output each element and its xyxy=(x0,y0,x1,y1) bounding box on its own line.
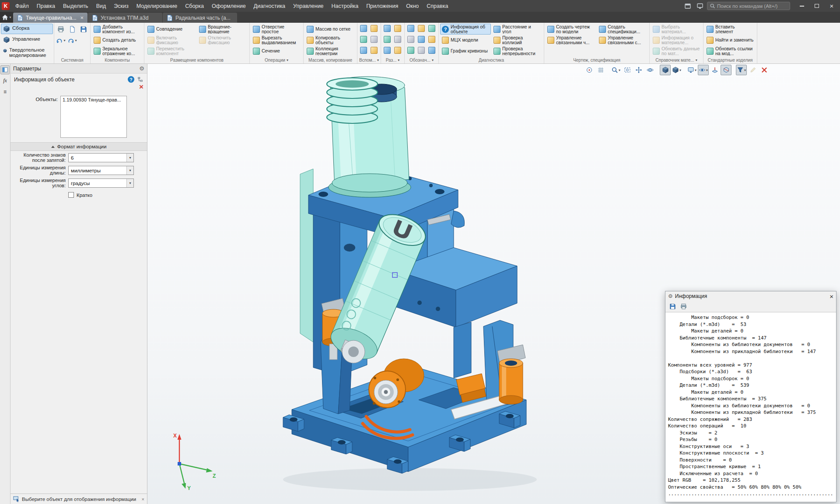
pan-button[interactable] xyxy=(633,65,644,75)
simple-hole-button[interactable]: Отверстие простое xyxy=(251,24,302,35)
mass-properties-button[interactable]: МЦХ модели xyxy=(440,35,491,46)
panel-tab-tree[interactable]: ≡ xyxy=(0,87,10,96)
rotation-rotation-button[interactable]: Вращение-вращение xyxy=(197,24,248,35)
mirror-components-button[interactable]: Зеркальное отражение ко... xyxy=(92,46,143,56)
tool-button-6-3[interactable] xyxy=(393,35,402,44)
tool-button-7-4[interactable] xyxy=(416,35,426,44)
chevron-down-icon[interactable]: ▾ xyxy=(126,179,133,187)
tool-button-6-4[interactable] xyxy=(382,46,392,55)
clip-box-button[interactable] xyxy=(721,65,732,75)
length-units-select[interactable]: миллиметры ▾ xyxy=(68,166,134,175)
object-info-button[interactable]: ?Информация об объекте xyxy=(440,24,491,35)
info-print-button[interactable] xyxy=(679,302,688,311)
document-tab-1[interactable]: Установка ТПМ.a3d xyxy=(88,13,162,23)
update-material-button[interactable]: Обновить данные по мат... xyxy=(651,46,702,56)
tool-button-7-5[interactable] xyxy=(427,35,437,44)
menu-item-6[interactable]: Сборка xyxy=(181,0,208,12)
panel-tab-parameters[interactable] xyxy=(0,65,10,74)
save-button[interactable] xyxy=(78,24,89,34)
menu-item-2[interactable]: Выделить xyxy=(59,0,92,12)
clip-plane-button[interactable] xyxy=(709,65,720,75)
tool-button-6-0[interactable] xyxy=(382,24,392,33)
grid-button[interactable] xyxy=(595,65,606,75)
layout-icon[interactable] xyxy=(682,1,693,11)
info-window[interactable]: ⚙ Информация × Макеты подсборок = 0 Дета… xyxy=(665,291,836,502)
create-part-button[interactable]: Создать деталь xyxy=(92,35,143,46)
info-window-titlebar[interactable]: ⚙ Информация × xyxy=(665,291,836,301)
menu-item-4[interactable]: Эскиз xyxy=(110,0,132,12)
tool-button-7-2[interactable] xyxy=(427,24,437,33)
info-content[interactable]: Макеты подсборок = 0 Детали (*.m3d) = 53… xyxy=(665,312,836,502)
menu-item-1[interactable]: Правка xyxy=(33,0,59,12)
info-save-button[interactable] xyxy=(668,302,677,311)
tool-button-5-2[interactable] xyxy=(359,35,368,44)
tool-button-7-0[interactable] xyxy=(406,24,416,33)
restore-button[interactable] xyxy=(809,0,824,11)
undo-button[interactable]: ▾ xyxy=(56,35,66,46)
orientation-cube-button[interactable] xyxy=(660,65,671,75)
flange-washer[interactable] xyxy=(342,340,365,363)
format-section-header[interactable]: Формат информации xyxy=(10,142,147,151)
disable-fixation-button[interactable]: Отключить фиксацию xyxy=(197,35,248,46)
tool-button-5-0[interactable] xyxy=(359,24,368,33)
sketch-button[interactable] xyxy=(747,65,758,75)
tree-toggle-icon[interactable] xyxy=(137,76,144,83)
find-replace-button[interactable]: Найти и заменить xyxy=(705,35,756,46)
tool-button-5-1[interactable] xyxy=(369,24,379,33)
tool-button-6-5[interactable] xyxy=(393,46,402,55)
menu-item-10[interactable]: Настройка xyxy=(328,0,363,12)
tool-button-7-6[interactable] xyxy=(406,46,416,55)
insert-element-button[interactable]: Вставить элемент xyxy=(705,24,756,35)
right-actuator[interactable] xyxy=(497,345,525,404)
mode-solid-modeling[interactable]: Твердотельное моделирование xyxy=(1,46,53,60)
menu-item-0[interactable]: Файл xyxy=(11,0,33,12)
print-button[interactable] xyxy=(56,24,66,34)
visibility-button[interactable]: ▾ xyxy=(698,65,709,75)
section-button[interactable]: Сечение xyxy=(251,46,302,56)
object-list-item[interactable]: 1.19.00930 Тянуще-прав... xyxy=(61,96,126,103)
tool-button-6-1[interactable] xyxy=(393,24,402,33)
select-material-button[interactable]: Выбрать материал... xyxy=(651,24,702,35)
tool-button-7-8[interactable] xyxy=(427,46,437,55)
geometry-collection-button[interactable]: Коллекция геометрии xyxy=(305,46,356,56)
brief-checkbox[interactable] xyxy=(68,192,74,198)
gear-icon[interactable]: ⚙ xyxy=(139,65,144,72)
coincidence-button[interactable]: Совпадение xyxy=(146,24,196,35)
create-drawing-button[interactable]: Создать чертеж по модели xyxy=(546,24,596,35)
statusbar-close-icon[interactable]: × xyxy=(142,497,144,502)
close-button[interactable]: × xyxy=(824,0,839,11)
collision-check-button[interactable]: Проверка коллизий xyxy=(492,35,542,46)
preview-button[interactable] xyxy=(67,24,77,34)
mode-management[interactable]: Управление xyxy=(1,35,53,45)
zoom-button[interactable]: ▾ xyxy=(610,65,621,75)
tool-button-7-3[interactable] xyxy=(406,35,416,44)
cut-extrude-button[interactable]: Вырезать выдавливанием xyxy=(251,35,302,46)
search-input[interactable] xyxy=(717,4,788,9)
info-close-button[interactable]: × xyxy=(830,293,833,300)
tab-close-icon[interactable]: × xyxy=(80,14,84,21)
tool-button-5-4[interactable] xyxy=(359,46,368,55)
command-search[interactable] xyxy=(707,2,790,10)
tool-button-7-1[interactable] xyxy=(416,24,426,33)
menu-item-7[interactable]: Оформление xyxy=(208,0,250,12)
linked-drawings-button[interactable]: Управление связанными ч... xyxy=(546,35,596,46)
screens-icon[interactable] xyxy=(695,1,705,11)
mode-assembly[interactable]: Сборка xyxy=(1,24,53,34)
menu-item-12[interactable]: Окно xyxy=(402,0,423,12)
filter-button[interactable]: ▾ xyxy=(736,65,747,75)
create-spec-button[interactable]: Создать спецификаци... xyxy=(597,24,648,35)
display-mode-button[interactable]: ▾ xyxy=(686,65,697,75)
orbit-button[interactable] xyxy=(644,65,655,75)
menu-item-13[interactable]: Справка xyxy=(423,0,452,12)
tool-button-5-5[interactable] xyxy=(369,46,379,55)
minimize-button[interactable] xyxy=(794,0,809,11)
add-component-button[interactable]: Добавить компонент из... xyxy=(92,24,143,35)
decimal-places-select[interactable]: 6 ▾ xyxy=(68,153,134,162)
menu-item-11[interactable]: Приложения xyxy=(362,0,402,12)
continuity-check-button[interactable]: Проверка непрерывности xyxy=(492,46,542,56)
menu-item-8[interactable]: Диагностика xyxy=(250,0,289,12)
enable-fixation-button[interactable]: Включить фиксацию xyxy=(146,35,196,46)
redo-button[interactable]: ▾ xyxy=(67,35,77,46)
spring-coil[interactable] xyxy=(327,78,378,123)
grid-pattern-button[interactable]: Массив по сетке xyxy=(305,24,356,35)
